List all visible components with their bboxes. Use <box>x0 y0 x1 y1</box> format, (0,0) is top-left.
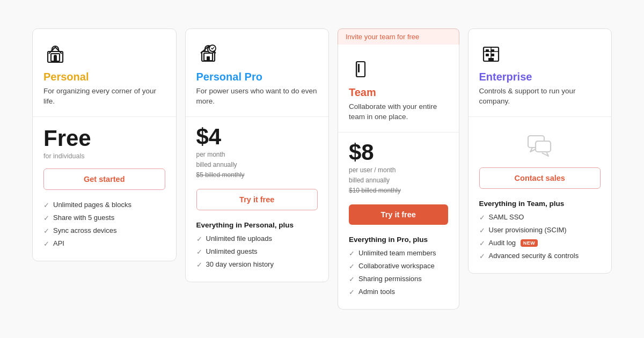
check-icon: ✓ <box>349 288 355 296</box>
list-item: ✓Sync across devices <box>43 226 165 235</box>
personal-plan-icon <box>43 42 67 65</box>
price-main-team: $8 <box>349 141 374 164</box>
personal-pro-features-heading: Everything in Personal, plus <box>196 221 318 229</box>
plan-card-personal-pro: Personal Pro For power users who want to… <box>185 28 330 283</box>
plan-name-personal: Personal <box>43 71 165 83</box>
team-features-heading: Everything in Pro, plus <box>349 236 448 244</box>
check-icon: ✓ <box>43 240 49 248</box>
check-icon: ✓ <box>349 249 355 258</box>
new-badge: NEW <box>521 239 538 247</box>
check-icon: ✓ <box>479 226 485 234</box>
team-plan-icon <box>349 57 372 81</box>
price-sub-personal-pro: per month billed annually $5 billed mont… <box>196 150 318 181</box>
plan-description-personal: For organizing every corner of your life… <box>43 86 165 108</box>
enterprise-features-list: ✓SAML SSO ✓User provisioning (SCIM) ✓ Au… <box>479 213 601 260</box>
list-item: ✓Unlimited pages & blocks <box>43 201 165 209</box>
list-item: ✓Advanced security & controls <box>479 252 601 260</box>
list-item: ✓ Audit log NEW <box>479 239 601 247</box>
enterprise-cta-button[interactable]: Contact sales <box>479 167 601 189</box>
enterprise-chat-icon-area <box>479 126 601 163</box>
check-icon: ✓ <box>43 227 49 235</box>
price-sub-team: per user / month billed annually $10 bil… <box>349 165 448 196</box>
enterprise-plan-icon <box>479 42 503 65</box>
chat-bubbles-icon <box>526 130 554 158</box>
svg-rect-8 <box>207 56 210 61</box>
plan-card-team: Team Collaborate with your entire team i… <box>338 45 459 310</box>
plan-name-personal-pro: Personal Pro <box>196 71 318 83</box>
list-item: ✓User provisioning (SCIM) <box>479 226 601 234</box>
svg-rect-4 <box>54 57 57 61</box>
audit-log-label: Audit log NEW <box>489 239 538 247</box>
invite-banner: Invite your team for free <box>338 28 459 45</box>
personal-cta-button[interactable]: Get started <box>43 168 165 190</box>
personal-pro-plan-icon <box>196 42 220 65</box>
price-section-team: $8 per user / month billed annually $10 … <box>349 141 448 196</box>
svg-rect-17 <box>491 54 494 56</box>
personal-pro-features-list: ✓Unlimited file uploads ✓Unlimited guest… <box>196 234 318 269</box>
svg-rect-16 <box>486 54 489 56</box>
check-icon: ✓ <box>196 261 202 269</box>
check-icon: ✓ <box>43 214 49 222</box>
enterprise-features-heading: Everything in Team, plus <box>479 200 601 208</box>
price-label-personal: for individuals <box>43 152 165 160</box>
pricing-container: Personal For organizing every corner of … <box>16 7 628 332</box>
personal-pro-cta-button[interactable]: Try it free <box>196 189 318 210</box>
plan-card-personal: Personal For organizing every corner of … <box>32 28 177 261</box>
price-main-personal-pro: $4 <box>196 126 222 148</box>
check-icon: ✓ <box>349 275 355 283</box>
list-item: ✓Unlimited file uploads <box>196 234 318 243</box>
check-icon: ✓ <box>479 214 485 222</box>
plan-card-enterprise: Enterprise Controls & support to run you… <box>468 28 612 274</box>
svg-rect-12 <box>356 62 357 77</box>
list-item: ✓API <box>43 239 165 248</box>
list-item: ✓Collaborative workspace <box>349 262 448 270</box>
plan-name-team: Team <box>349 86 448 99</box>
svg-rect-20 <box>536 141 551 152</box>
price-free: Free <box>43 126 165 151</box>
plan-description-team: Collaborate with your entire team in one… <box>349 102 448 123</box>
team-cta-button[interactable]: Try it free <box>349 204 448 225</box>
team-features-list: ✓Unlimited team members ✓Collaborative w… <box>349 249 448 296</box>
check-icon: ✓ <box>479 252 485 260</box>
list-item: ✓Share with 5 guests <box>43 214 165 222</box>
plan-description-enterprise: Controls & support to run your company. <box>479 86 601 108</box>
price-section-personal: Free for individuals <box>43 126 165 160</box>
plan-name-enterprise: Enterprise <box>479 71 601 83</box>
list-item: ✓Admin tools <box>349 288 448 296</box>
check-icon: ✓ <box>43 201 49 209</box>
plan-description-personal-pro: For power users who want to do even more… <box>196 86 318 108</box>
svg-rect-11 <box>358 64 360 72</box>
list-item: ✓Unlimited guests <box>196 247 318 256</box>
list-item: ✓Unlimited team members <box>349 249 448 258</box>
check-icon: ✓ <box>196 248 202 256</box>
svg-rect-10 <box>356 62 365 77</box>
check-icon: ✓ <box>349 262 355 270</box>
check-icon: ✓ <box>479 239 485 247</box>
list-item: ✓SAML SSO <box>479 213 601 222</box>
price-section-personal-pro: $4 per month billed annually $5 billed m… <box>196 126 318 181</box>
personal-features-list: ✓Unlimited pages & blocks ✓Share with 5 … <box>43 201 165 248</box>
plan-card-wrapper-team: Invite your team for free Team Collabora… <box>338 28 459 310</box>
list-item: ✓30 day version history <box>196 260 318 269</box>
check-icon: ✓ <box>196 235 202 243</box>
list-item: ✓Sharing permissions <box>349 275 448 283</box>
